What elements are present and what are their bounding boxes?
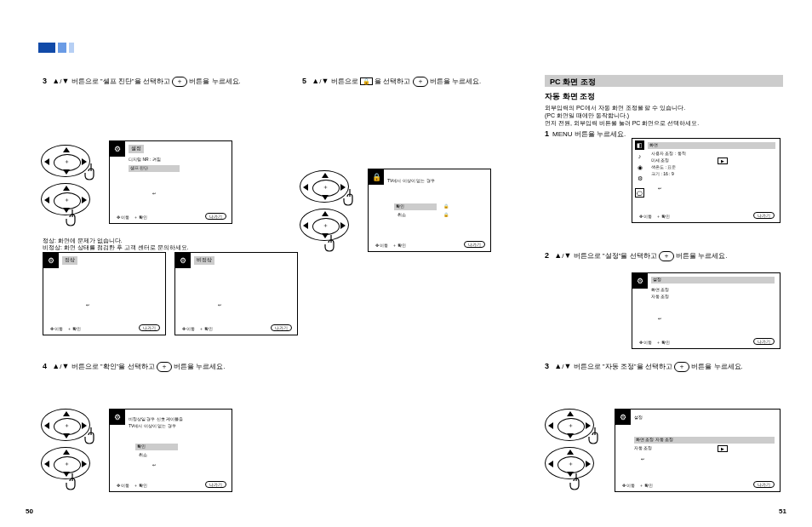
page-number-left: 50: [26, 507, 33, 516]
osd-row-highlight: 확인: [135, 444, 178, 450]
header-color-mark: [38, 43, 74, 53]
osd-row: 미세 조정: [651, 158, 669, 163]
exit-button: 나가기: [205, 481, 226, 488]
osd-screen-normal: ⚙ 정상 ↩ ✥ 이동 ＋ 확인 나가기: [43, 252, 166, 335]
setup-tab-icon: ⚙: [43, 253, 59, 268]
page-number-right: 51: [779, 507, 786, 516]
osd-title-row: 설정: [651, 277, 775, 284]
osd-row: 자동 조정: [634, 445, 652, 450]
press-hand-icon: [342, 187, 359, 206]
setup-tab-icon: ⚙: [110, 410, 125, 425]
press-hand-icon: [569, 472, 586, 490]
osd-row: 자동 조정: [651, 294, 669, 299]
osd-row: TV에서 이상이 없는 경우: [387, 178, 435, 183]
down-arrow-icon: ▼: [61, 77, 69, 87]
exit-button: 나가기: [753, 212, 775, 219]
abnormal-note: 비정상: 화면 상태를 점검한 후 고객 센터로 문의하세요.: [43, 243, 298, 251]
press-hand-icon: [83, 162, 100, 180]
osd-title: 설정: [129, 145, 144, 153]
osd-screen-setup2: ⚙ 설정 화면 조정 자동 조정 ↩ ✥ 이동 ＋ 확인 나가기: [632, 272, 781, 349]
osd-screen-setup: ⚙ 설정 디지털 NR : 켜짐 셀프 진단 ↩ ✥ 이동 ＋ 확인 나가기: [109, 140, 232, 224]
osd-screen-abnormal: ⚙ 비정상 ↩ ✥ 이동 ＋ 확인 나가기: [174, 252, 298, 335]
intro-text-1: 외부입력의 PC에서 자동 화면 조정을 할 수 있습니다.: [545, 104, 783, 112]
press-hand-icon: [65, 472, 82, 490]
channel-tab-icon: ◉: [635, 163, 644, 172]
osd-row-highlight: 화면 조정 자동 조정: [634, 437, 775, 444]
osd-row: 사용자 조정 : 동적: [651, 151, 686, 156]
osd-row: 비정상일 경우 신호 케이블을: [129, 416, 183, 421]
lock-icon: 🔒: [360, 77, 373, 85]
lock-icon: 🔒: [443, 203, 449, 209]
osd-title: 정상: [62, 256, 77, 265]
return-icon: ↩: [152, 462, 156, 467]
osd-footer: ✥ 이동 ＋ 확인: [639, 340, 670, 345]
return-icon: ↩: [218, 302, 221, 307]
osd-row: 취소: [397, 212, 406, 217]
exit-button: 나가기: [205, 213, 226, 220]
osd-footer: ✥ 이동 ＋ 확인: [117, 215, 147, 220]
osd-row: 색온도 : 표준: [651, 164, 676, 169]
section-title: PC 화면 조정: [545, 75, 783, 87]
press-hand-icon: [323, 233, 340, 252]
osd-footer: ✥ 이동 ＋ 확인: [375, 243, 406, 248]
osd-footer: ✥ 이동 ＋ 확인: [50, 326, 81, 331]
setup-tab-icon: ⚙: [635, 174, 644, 183]
osd-subbox: ▶: [718, 445, 728, 452]
osd-row: 취소: [139, 452, 147, 457]
osd-row: 크기 : 16 : 9: [651, 171, 674, 176]
lock-tab-icon: 🔒: [369, 169, 384, 185]
osd-row-highlight: 확인: [394, 203, 437, 210]
subsection-title: 자동 화면 조정: [545, 92, 595, 102]
osd-screen-lock: 🔒 TV에서 이상이 없는 경우 확인 🔒 취소 🔒 ✥ 이동 ＋ 확인 나가기: [368, 169, 491, 252]
intro-text-2: (PC 화면일 때에만 동작합니다.): [545, 112, 783, 119]
exit-button: 나가기: [753, 338, 775, 345]
intro-text-3: 먼저 전원, 외부입력 버튼을 눌러 PC 화면으로 선택하세요.: [545, 119, 783, 127]
col1-step4-text: 4 ▲/▼ 버튼으로 "확인"을 선택하고 ＋ 버튼을 누르세요.: [43, 362, 264, 372]
osd-footer: ✥ 이동 ＋ 확인: [117, 483, 147, 488]
exit-button: 나가기: [139, 324, 160, 331]
col3-step1-text: 1MENU 버튼을 누르세요.: [545, 129, 626, 140]
pc-tab-icon: 🖵: [635, 188, 644, 198]
setup-tab-icon: ⚙: [110, 141, 125, 157]
press-hand-icon: [83, 426, 100, 444]
press-hand-icon: [587, 426, 604, 444]
osd-row: 디지털 NR : 켜짐: [129, 157, 161, 162]
osd-screen-confirm: ⚙ 비정상일 경우 신호 케이블을 TV에서 이상이 없는 경우 확인 취소 ↩…: [109, 409, 232, 492]
osd-title: 비정상: [194, 256, 214, 265]
return-icon: ↩: [641, 456, 644, 461]
col1-step3-text: 3 ▲/▼ 버튼으로 "셀프 진단"을 선택하고 ＋ 버튼을 누르세요.: [43, 77, 264, 87]
setup-tab-icon: ⚙: [632, 273, 648, 289]
osd-title: 설정: [634, 415, 643, 420]
osd-footer: ✥ 이동 ＋ 확인: [622, 483, 653, 488]
return-icon: ↩: [658, 316, 661, 321]
osd-footer: ✥ 이동 ＋ 확인: [182, 326, 213, 331]
setup-tab-icon: ⚙: [175, 253, 191, 268]
exit-button: 나가기: [753, 481, 775, 488]
return-icon: ↩: [152, 191, 156, 196]
osd-subbox: ▶: [718, 158, 728, 164]
exit-button: 나가기: [464, 241, 485, 248]
col2-step5-text: 5 ▲/▼ 버튼으로 🔒 을 선택하고 ＋ 버튼을 누르세요.: [302, 77, 523, 87]
picture-tab-icon: ◧: [635, 140, 644, 150]
setup-tab-icon: ⚙: [615, 410, 631, 425]
osd-screen-auto-adjust: ⚙ 설정 화면 조정 자동 조정 자동 조정 ▶ ↩ ✥ 이동 ＋ 확인 나가기: [615, 409, 781, 492]
osd-screen-picture: ◧ ♪ ◉ ⚙ 🖵 화면 사용자 조정 : 동적 미세 조정 ▶ 색온도 : 표…: [632, 138, 781, 223]
enter-button-icon: ＋: [172, 77, 187, 87]
return-icon: ↩: [86, 302, 89, 307]
osd-row-highlight: 셀프 진단: [129, 165, 180, 172]
sound-tab-icon: ♪: [635, 152, 644, 161]
osd-row: 화면 조정: [651, 287, 669, 292]
press-hand-icon: [65, 208, 82, 226]
col3-step3-text: 3 ▲/▼ 버튼으로 "자동 조정"을 선택하고 ＋ 버튼을 누르세요.: [545, 362, 783, 372]
up-arrow-icon: ▲: [52, 77, 60, 87]
exit-button: 나가기: [271, 324, 292, 331]
osd-title-row: 화면: [648, 142, 775, 149]
return-icon: ↩: [658, 186, 661, 191]
lock-icon: 🔒: [443, 212, 449, 217]
osd-footer: ✥ 이동 ＋ 확인: [639, 214, 670, 219]
col3-step2-text: 2 ▲/▼ 버튼으로 "설정"을 선택하고 ＋ 버튼을 누르세요.: [545, 251, 783, 261]
osd-row: TV에서 이상이 없는 경우: [129, 423, 176, 428]
